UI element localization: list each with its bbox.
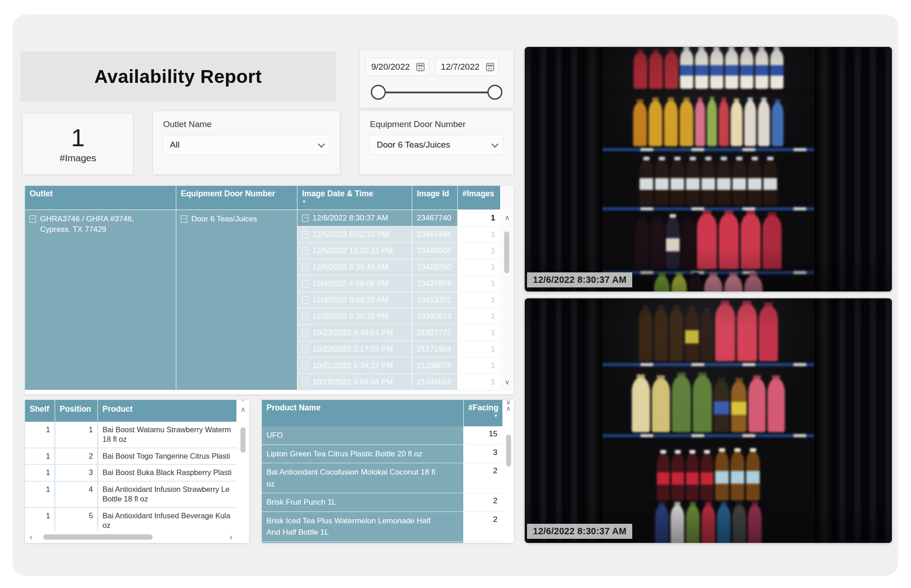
- bottle: [654, 308, 668, 361]
- image-table-row[interactable]: − 12/3/2022 6:30:32 PM 23393873 1: [297, 308, 501, 325]
- collapse-icon[interactable]: −: [30, 215, 36, 223]
- bottle: [632, 378, 650, 432]
- column-header-image-datetime[interactable]: Image Date & Time ▼: [297, 186, 412, 210]
- shelf-table-row[interactable]: 1 4 Bai Antioxidant Infusion Strawberry …: [25, 481, 237, 508]
- column-header-product-name[interactable]: Product Name: [262, 400, 464, 426]
- image-table-row[interactable]: − 12/5/2022 12:30:31 PM 23449008 1: [297, 243, 501, 259]
- shelf-position-table: Shelf Position Product ∧ ∨ 1 1 Bai Boost…: [25, 400, 249, 543]
- column-header-image-id[interactable]: Image Id: [412, 186, 458, 210]
- image-datetime-value: 12/6/2022 8:30:37 AM: [312, 214, 388, 223]
- bottle: [701, 160, 715, 205]
- image-table-row[interactable]: − 12/6/2022 8:30:37 AM 23467740 1: [297, 210, 501, 226]
- hscrollbar-thumb[interactable]: [43, 534, 153, 540]
- equipment-door-cell[interactable]: − Door 6 Teas/Juices: [176, 210, 297, 390]
- shelf-table-row[interactable]: 1 5 Bai Antioxidant Infused Beverage Kul…: [25, 508, 237, 531]
- collapse-icon[interactable]: −: [302, 329, 308, 337]
- scroll-up-icon[interactable]: ∧: [501, 213, 514, 223]
- facing-table-row[interactable]: Brisk Iced Tea Sweet Plastic Bottle 1L 2: [262, 542, 503, 543]
- collapse-icon[interactable]: −: [302, 297, 308, 304]
- collapse-icon[interactable]: −: [302, 247, 308, 255]
- shelf-table-scrollbar[interactable]: ∧ ∨: [237, 400, 249, 422]
- calendar-icon[interactable]: [416, 63, 425, 71]
- column-header-equipment-door[interactable]: Equipment Door Number: [176, 186, 297, 210]
- image-table-row[interactable]: − 10/21/2022 5:34:12 PM 21238078 1: [297, 358, 501, 374]
- shelf-table-row[interactable]: 1 1 Bai Boost Watamu Strawberry Waterm 1…: [25, 422, 237, 448]
- facing-table-row[interactable]: Brisk Fruit Punch 1L 2: [262, 493, 503, 512]
- image-table-scrollbar[interactable]: ∧ ∨: [501, 210, 514, 390]
- scroll-left-icon[interactable]: ‹: [25, 532, 37, 542]
- equipment-door-dropdown[interactable]: Door 6 Teas/Juices: [370, 135, 503, 155]
- image-table-row[interactable]: − 12/5/2022 8:36:44 AM 23428290 1: [297, 259, 501, 276]
- scrollbar-thumb[interactable]: [241, 427, 246, 453]
- collapse-icon[interactable]: −: [302, 313, 308, 320]
- shelf-table-row[interactable]: 1 3 Bai Boost Buka Black Raspberry Plast…: [25, 465, 237, 481]
- collapse-icon[interactable]: −: [302, 264, 308, 271]
- image-table-row[interactable]: − 10/19/2022 5:04:04 PM 21045552 1: [297, 374, 501, 390]
- facing-count-value: 2: [464, 512, 503, 542]
- image-table-row[interactable]: − 12/4/2022 8:08:23 AM 23413352 1: [297, 292, 501, 308]
- outlet-name-value: All: [170, 140, 179, 150]
- column-header-position[interactable]: Position: [55, 400, 98, 422]
- shelf-table-row[interactable]: 1 2 Bai Boost Togo Tangerine Citrus Plas…: [25, 448, 237, 465]
- bottle: [772, 102, 783, 146]
- product-name-value: UFO: [262, 426, 464, 445]
- collapse-icon[interactable]: −: [302, 362, 308, 369]
- image-table-row[interactable]: − 10/23/2022 4:49:51 PM 21327772 1: [297, 325, 501, 341]
- shelf-bar: [602, 89, 814, 93]
- facing-table-row[interactable]: UFO 15: [262, 426, 503, 445]
- collapse-icon[interactable]: −: [302, 378, 308, 386]
- scroll-down-icon[interactable]: ∨: [503, 400, 514, 407]
- sort-desc-icon: ▼: [302, 200, 408, 204]
- bottle: [680, 50, 693, 89]
- date-start-input[interactable]: 9/20/2022: [365, 58, 429, 76]
- slider-track[interactable]: [378, 92, 495, 93]
- outlet-name-dropdown[interactable]: All: [163, 135, 330, 155]
- bottle: [731, 381, 747, 432]
- scrollbar-thumb[interactable]: [504, 231, 509, 273]
- image-matrix-table: Outlet Equipment Door Number Image Date …: [25, 186, 514, 394]
- product-value: Bai Boost Togo Tangerine Citrus Plasti: [98, 448, 237, 464]
- bottle: [664, 101, 678, 146]
- slider-handle-start[interactable]: [371, 85, 386, 100]
- scroll-down-icon[interactable]: ∨: [501, 377, 514, 387]
- collapse-icon[interactable]: −: [302, 346, 308, 353]
- collapse-icon[interactable]: −: [302, 215, 308, 222]
- column-header-outlet[interactable]: Outlet: [25, 186, 176, 210]
- shelf-value: 1: [25, 508, 55, 531]
- position-value: 3: [55, 465, 98, 481]
- slider-handle-end[interactable]: [487, 85, 502, 100]
- scrollbar-thumb[interactable]: [506, 435, 511, 466]
- image-datetime-value: 10/19/2022 5:04:04 PM: [312, 378, 393, 387]
- shelf-table-hscrollbar[interactable]: ‹ ›: [25, 531, 237, 543]
- collapse-icon[interactable]: −: [181, 215, 187, 223]
- bottle: [634, 52, 647, 89]
- date-range-slider[interactable]: [371, 83, 502, 102]
- image-table-row[interactable]: − 12/5/2022 6:02:10 PM 23467484 1: [297, 226, 501, 243]
- scroll-right-icon[interactable]: ›: [225, 532, 237, 542]
- column-header-facing[interactable]: #Facing ▼: [464, 400, 503, 426]
- images-count-value: 1: [458, 374, 501, 390]
- outlet-cell[interactable]: − GHRA3746 / GHRA #3746, Cypress, TX 774…: [25, 210, 176, 390]
- column-header-product[interactable]: Product: [98, 400, 237, 422]
- collapse-icon[interactable]: −: [302, 231, 308, 238]
- cooler-photo-bottom: 12/6/2022 8:30:37 AM: [525, 298, 892, 543]
- hscroll-track[interactable]: [37, 534, 225, 540]
- bottle: [689, 276, 702, 291]
- column-header-images-count[interactable]: #Images: [458, 186, 501, 210]
- scroll-down-icon[interactable]: ∨: [237, 400, 249, 404]
- image-table-row[interactable]: − 12/4/2022 4:06:08 PM 23427879 1: [297, 276, 501, 292]
- facing-table-row[interactable]: Brisk Iced Tea Plus Watermelon Lemonade …: [262, 512, 503, 542]
- date-end-input[interactable]: 12/7/2022: [435, 58, 499, 76]
- facing-table-row[interactable]: Bai Antioxidant Cocofusion Molokai Cocon…: [262, 463, 503, 493]
- facing-table-row[interactable]: Lipton Green Tea Citrus Plastic Bottle 2…: [262, 445, 503, 464]
- scroll-up-icon[interactable]: ∧: [237, 404, 249, 414]
- bottle: [724, 276, 742, 291]
- calendar-icon[interactable]: [486, 63, 494, 71]
- bottle: [671, 276, 687, 291]
- image-table-row[interactable]: − 10/22/2022 2:17:03 PM 21271954 1: [297, 341, 501, 358]
- image-datetime-value: 12/4/2022 8:08:23 AM: [312, 296, 388, 305]
- facing-table-scrollbar[interactable]: ∧ ∨: [503, 400, 514, 426]
- image-datetime-value: 12/5/2022 8:36:44 AM: [312, 263, 388, 272]
- collapse-icon[interactable]: −: [302, 280, 308, 287]
- column-header-shelf[interactable]: Shelf: [25, 400, 55, 422]
